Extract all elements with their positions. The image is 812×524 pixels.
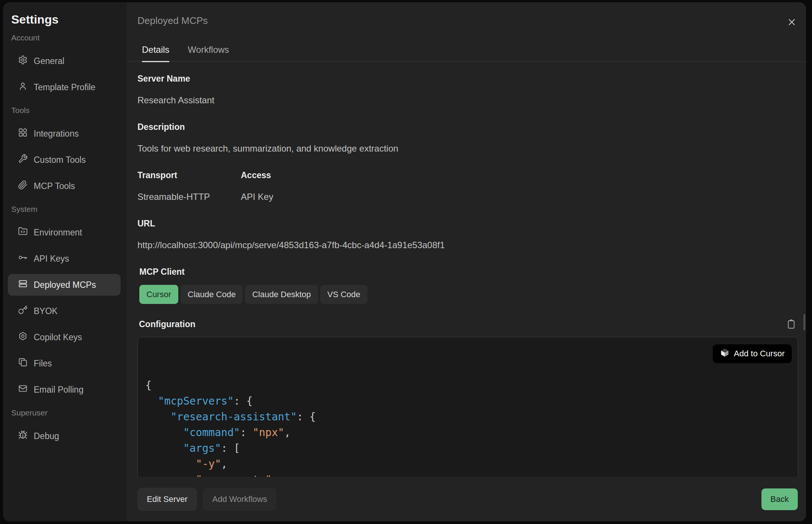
panel-title: Deployed MCPs [137, 15, 208, 26]
section-label-system: System [11, 205, 121, 214]
transport-access-row: Transport Streamable-HTTP Access API Key [137, 170, 798, 202]
gear-icon [18, 55, 28, 67]
sidebar-item-label: Template Profile [34, 82, 96, 92]
section-label-superuser: Superuser [11, 408, 121, 417]
sidebar-item-files[interactable]: Files [8, 353, 121, 374]
sidebar-item-environment[interactable]: Environment [8, 222, 121, 243]
transport-field: Transport Streamable-HTTP [137, 170, 241, 202]
close-button[interactable] [786, 16, 798, 28]
url-value: http://localhost:3000/api/mcp/serve/4853… [137, 240, 798, 250]
sidebar-item-integrations[interactable]: Integrations [8, 123, 121, 144]
sidebar-item-label: Custom Tools [34, 155, 86, 165]
access-label: Access [241, 170, 273, 180]
panel-header: Deployed MCPs [127, 2, 806, 28]
server-name-value: Research Assistant [137, 95, 798, 105]
sidebar-item-label: Deployed MCPs [34, 280, 96, 290]
sidebar-item-label: Environment [34, 228, 82, 238]
client-option-vs-code[interactable]: VS Code [320, 285, 367, 304]
tabs: Details Workflows [127, 45, 806, 62]
mcp-client-label: MCP Client [139, 267, 798, 277]
files-icon [18, 357, 28, 369]
sidebar-item-debug[interactable]: Debug [8, 425, 121, 447]
section-label-account: Account [11, 33, 121, 42]
sidebar-item-copilot-keys[interactable]: Copilot Keys [8, 326, 121, 348]
url-field: URL http://localhost:3000/api/mcp/serve/… [137, 219, 798, 250]
access-field: Access API Key [241, 170, 273, 202]
wrench-icon [18, 154, 28, 166]
configuration-code-block: { "mcpServers": { "research-assistant": … [137, 337, 798, 479]
add-to-cursor-label: Add to Cursor [734, 349, 785, 359]
add-to-cursor-button[interactable]: Add to Cursor [713, 344, 792, 363]
settings-sidebar: Settings Account General Template Profil… [3, 2, 127, 521]
panel-footer: Edit Server Add Workflows Back [127, 477, 806, 521]
configuration-header: Configuration [137, 319, 798, 329]
server-name-label: Server Name [137, 74, 798, 83]
sidebar-section-superuser: Superuser Debug [8, 408, 121, 447]
key-icon [18, 253, 28, 265]
url-label: URL [137, 219, 798, 228]
configuration-label: Configuration [139, 319, 196, 329]
edit-server-button[interactable]: Edit Server [137, 488, 197, 511]
sidebar-item-custom-tools[interactable]: Custom Tools [8, 149, 121, 171]
sidebar-item-label: General [34, 56, 64, 66]
sidebar-item-label: Integrations [34, 129, 79, 139]
copy-config-button[interactable] [784, 319, 798, 329]
access-value: API Key [241, 192, 273, 202]
hexagon-nut-icon [18, 331, 28, 343]
mcp-client-section: MCP Client Cursor Claude Code Claude Des… [139, 267, 798, 304]
close-icon [787, 17, 797, 27]
server-icon [18, 279, 28, 291]
server-name-field: Server Name Research Assistant [137, 74, 798, 105]
sidebar-item-mcp-tools[interactable]: MCP Tools [8, 175, 121, 197]
description-label: Description [137, 122, 798, 132]
mcp-client-options: Cursor Claude Code Claude Desktop VS Cod… [139, 285, 798, 304]
sidebar-item-email-polling[interactable]: Email Polling [8, 379, 121, 400]
mail-icon [18, 384, 28, 396]
settings-title: Settings [11, 13, 121, 25]
sidebar-item-label: Copilot Keys [34, 332, 82, 342]
deployed-mcps-panel: Deployed MCPs Details Workflows Server N… [127, 2, 806, 521]
settings-modal: Settings Account General Template Profil… [3, 2, 806, 521]
scrollbar-thumb[interactable] [803, 314, 805, 330]
sidebar-section-tools: Tools Integrations Custom Tools MCP Tool… [8, 106, 121, 197]
sidebar-item-template-profile[interactable]: Template Profile [8, 76, 121, 98]
sidebar-item-byok[interactable]: BYOK [8, 300, 121, 322]
client-option-cursor[interactable]: Cursor [139, 285, 178, 304]
client-option-claude-desktop[interactable]: Claude Desktop [245, 285, 318, 304]
clipboard-icon [787, 319, 796, 329]
panel-body: Server Name Research Assistant Descripti… [127, 62, 806, 479]
sidebar-item-label: API Keys [34, 254, 69, 264]
sidebar-section-account: Account General Template Profile [8, 33, 121, 98]
section-label-tools: Tools [11, 106, 121, 115]
sidebar-item-label: MCP Tools [34, 181, 75, 191]
folder-code-icon [18, 226, 28, 238]
paperclip-icon [18, 180, 28, 192]
back-button[interactable]: Back [761, 488, 798, 510]
tab-workflows[interactable]: Workflows [188, 45, 229, 62]
transport-label: Transport [137, 170, 241, 180]
description-field: Description Tools for web research, summ… [137, 122, 798, 153]
grid-icon [18, 128, 28, 140]
sidebar-section-system: System Environment API Keys Deployed MCP… [8, 205, 121, 400]
config-code: { "mcpServers": { "research-assistant": … [145, 378, 790, 479]
cursor-cube-icon [720, 348, 730, 360]
sidebar-item-general[interactable]: General [8, 50, 121, 72]
description-value: Tools for web research, summarization, a… [137, 143, 798, 153]
sidebar-item-label: Email Polling [34, 385, 84, 395]
client-option-claude-code[interactable]: Claude Code [181, 285, 243, 304]
sidebar-item-label: BYOK [34, 306, 58, 316]
user-icon [18, 81, 28, 93]
sidebar-item-deployed-mcps[interactable]: Deployed MCPs [8, 274, 121, 296]
add-workflows-button[interactable]: Add Workflows [203, 488, 276, 511]
sidebar-item-label: Files [34, 359, 52, 369]
tab-details[interactable]: Details [142, 45, 169, 62]
key-diagonal-icon [18, 305, 28, 317]
sidebar-item-label: Debug [34, 431, 59, 441]
bug-icon [18, 430, 28, 442]
transport-value: Streamable-HTTP [137, 192, 241, 202]
sidebar-item-api-keys[interactable]: API Keys [8, 248, 121, 269]
